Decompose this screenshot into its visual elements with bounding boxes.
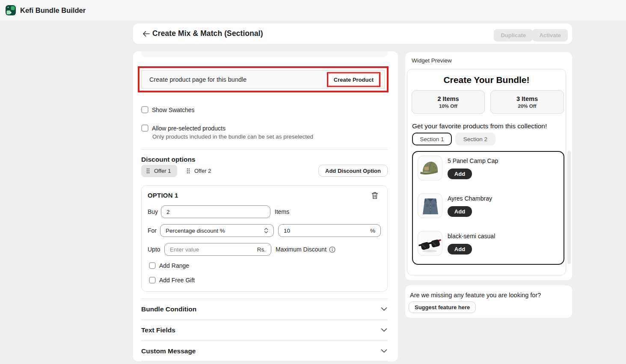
show-swatches-row: Show Swatches [141, 106, 195, 113]
allow-preselected-checkbox[interactable] [141, 124, 148, 132]
collection-subtitle: Get your favorite products from this col… [412, 122, 547, 130]
max-discount-field: Rs. [164, 243, 271, 256]
product-list: 5 Panel Camp Cap Add [412, 151, 564, 265]
create-product-banner: Create product page for this bundle Crea… [141, 70, 385, 89]
widget-preview-title: Widget Preview [412, 57, 452, 64]
discount-value-field: % [278, 224, 381, 237]
option-1-title: OPTION 1 [148, 192, 178, 199]
product-image-chambray [418, 193, 442, 218]
product-image-sunglasses [418, 231, 442, 256]
divider [141, 361, 388, 361]
discount-options-heading: Discount options [141, 156, 196, 163]
buy-quantity-input[interactable] [166, 209, 265, 215]
create-product-banner-label: Create product page for this bundle [149, 76, 246, 83]
offer-2-label: Offer 2 [194, 168, 211, 174]
allow-preselected-label: Allow pre-selected products [152, 125, 225, 132]
add-product-button[interactable]: Add [448, 206, 472, 217]
product-name: 5 Panel Camp Cap [448, 157, 498, 164]
chevron-down-icon [381, 349, 387, 353]
product-row-sunglasses: black-semi casual Add [413, 227, 564, 265]
max-discount-input[interactable] [170, 246, 254, 253]
tier-2-items[interactable]: 2 Items 10% Off [412, 90, 485, 114]
add-range-row: Add Range [149, 262, 189, 269]
widget-preview-card: Widget Preview Create Your Bundle! 2 Ite… [405, 52, 572, 280]
discount-type-value: Percentage discount % [166, 228, 261, 234]
text-fields-label: Text Fields [141, 326, 175, 334]
product-row-cap: 5 Panel Camp Cap Add [413, 152, 564, 189]
create-product-annotation: Create product page for this bundle Crea… [138, 66, 389, 92]
add-discount-option-button[interactable]: Add Discount Option [318, 165, 388, 177]
discount-value-input[interactable] [284, 228, 367, 234]
tier-3-items[interactable]: 3 Items 20% Off [490, 90, 564, 114]
create-product-button[interactable]: Create Product [328, 73, 379, 86]
bundle-heading: Create Your Bundle! [407, 75, 566, 85]
text-fields-accordion[interactable]: Text Fields [133, 320, 398, 340]
app-title: Kefi Bundle Builder [20, 6, 86, 15]
screen: Kefi Bundle Builder Create Mix & Match (… [0, 0, 626, 364]
option-1-card: OPTION 1 Buy Items For Percentage discou… [141, 185, 388, 292]
back-button[interactable] [140, 29, 151, 39]
add-range-label: Add Range [159, 262, 189, 269]
custom-message-label: Custom Message [141, 347, 196, 355]
buy-quantity-field [161, 205, 270, 218]
suggest-feature-button[interactable]: Suggest feature here [409, 302, 476, 313]
show-swatches-label: Show Swatches [152, 107, 195, 113]
add-product-button[interactable]: Add [448, 169, 472, 179]
section-2-label: Section 2 [463, 136, 487, 142]
arrow-left-icon [142, 31, 150, 37]
add-free-gift-label: Add Free Gift [159, 277, 195, 284]
offer-1-tab[interactable]: Offer 1 [141, 165, 177, 177]
currency-suffix: Rs. [257, 246, 266, 253]
for-label: For [148, 227, 157, 234]
discount-type-select[interactable]: Percentage discount % [160, 224, 274, 237]
bundle-settings-card: Create product page for this bundle Crea… [133, 51, 398, 361]
section-1-label: Section 1 [420, 136, 444, 142]
bundle-condition-label: Bundle Condition [141, 305, 196, 313]
feedback-card: Are we missing any feature you are looki… [405, 285, 572, 318]
custom-message-accordion[interactable]: Custom Message [133, 340, 398, 361]
chevron-down-icon [381, 328, 387, 332]
maximum-discount-label: Maximum Discount [276, 246, 326, 253]
page-header: Create Mix & Match (Sectional) Duplicate… [133, 24, 572, 44]
show-swatches-checkbox[interactable] [141, 106, 148, 113]
product-name: black-semi casual [448, 233, 495, 240]
drag-handle-icon [187, 168, 190, 174]
add-free-gift-row: Add Free Gift [149, 277, 195, 284]
section-1-tab[interactable]: Section 1 [412, 133, 452, 145]
page-title: Create Mix & Match (Sectional) [152, 29, 263, 38]
allow-preselected-help: Only products included in the bundle can… [152, 133, 313, 140]
top-bar: Kefi Bundle Builder [0, 0, 626, 21]
add-range-checkbox[interactable] [149, 262, 156, 269]
preview-scrollbar[interactable] [567, 151, 571, 264]
product-name: Ayres Chambray [448, 195, 492, 202]
add-free-gift-checkbox[interactable] [149, 277, 156, 284]
activate-button[interactable]: Activate [532, 29, 568, 41]
allow-preselected-row: Allow pre-selected products [141, 124, 225, 132]
buy-label: Buy [148, 208, 158, 215]
section-2-tab[interactable]: Section 2 [455, 133, 495, 145]
product-row-chambray: Ayres Chambray Add [413, 189, 564, 227]
bundle-condition-accordion[interactable]: Bundle Condition [133, 299, 398, 320]
tier-3-discount: 20% Off [518, 104, 537, 109]
tier-3-title: 3 Items [516, 95, 538, 102]
upto-label: Upto [148, 246, 160, 253]
drag-handle-icon [146, 168, 150, 174]
duplicate-button[interactable]: Duplicate [494, 29, 533, 41]
tier-2-title: 2 Items [438, 95, 459, 102]
offer-1-label: Offer 1 [154, 168, 171, 174]
maximum-discount-hint: Maximum Discount [276, 246, 335, 253]
info-icon [329, 246, 335, 253]
add-product-button[interactable]: Add [448, 244, 472, 255]
tier-2-discount: 10% Off [439, 104, 457, 109]
trash-icon [371, 192, 378, 199]
delete-option-button[interactable] [371, 191, 380, 200]
offer-2-tab[interactable]: Offer 2 [181, 165, 217, 177]
divider [141, 149, 388, 150]
percent-suffix: % [370, 228, 375, 234]
chevron-down-icon [381, 307, 387, 311]
up-down-chevrons-icon [264, 228, 268, 234]
widget-preview-frame: Create Your Bundle! 2 Items 10% Off 3 It… [407, 69, 566, 275]
feedback-question: Are we missing any feature you are looki… [410, 292, 541, 299]
scrolled-section-remnant [141, 51, 388, 57]
product-image-cap [418, 156, 442, 181]
